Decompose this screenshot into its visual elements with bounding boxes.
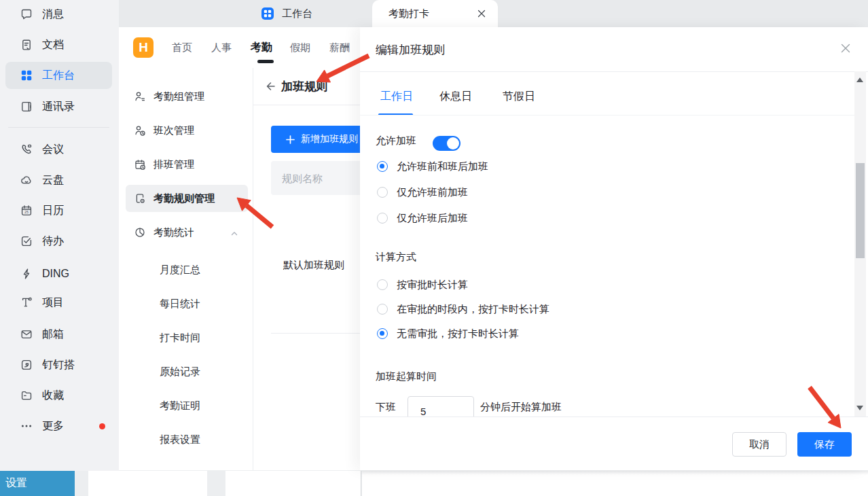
doc-gear-icon <box>134 192 146 205</box>
divider <box>360 71 868 72</box>
calendar-clock-icon <box>134 158 146 171</box>
radio-icon <box>377 213 388 224</box>
chevron-up-icon[interactable] <box>230 228 238 241</box>
rule-list-item[interactable]: 默认加班规则 <box>283 255 344 275</box>
chat-icon <box>19 7 34 22</box>
allow-overtime-toggle[interactable] <box>433 136 460 151</box>
settings-label: 设置 <box>5 476 27 491</box>
cancel-button[interactable]: 取消 <box>732 432 786 457</box>
modal-title: 编辑加班规则 <box>376 42 445 58</box>
nav-item-hr[interactable]: 人事 <box>211 27 232 68</box>
sidebar-item-todo[interactable]: 待办 <box>5 228 112 255</box>
sidebar-item-label: 文档 <box>42 38 64 52</box>
close-icon[interactable] <box>839 42 852 54</box>
sidebar-item-favorites[interactable]: 收藏 <box>5 382 112 409</box>
radio-after-only-overtime[interactable]: 仅允许班后加班 <box>377 211 468 226</box>
radio-icon <box>377 304 388 315</box>
sidebar-item-label: 项目 <box>42 296 64 310</box>
radio-no-approval-punch[interactable]: 无需审批，按打卡时长计算 <box>377 326 519 341</box>
sidebar-item-drive[interactable]: 云盘 <box>5 166 112 194</box>
sidebar-item-messages[interactable]: 消息 <box>5 1 112 28</box>
sidebar-item-workbench[interactable]: 工作台 <box>5 62 112 89</box>
sidebar-item-contacts[interactable]: 通讯录 <box>5 93 112 120</box>
radio-before-only-overtime[interactable]: 仅允许班前加班 <box>377 185 468 200</box>
radio-punch-within-approval[interactable]: 在审批的时段内，按打卡时长计算 <box>377 302 549 317</box>
nav-item-home[interactable]: 首页 <box>172 27 192 68</box>
grid-icon <box>19 68 34 83</box>
window-tabbar: 工作台 考勤打卡 <box>119 0 868 27</box>
cloud-icon <box>19 173 34 188</box>
bolt-icon <box>19 266 34 281</box>
sidenav-sub-daily-stats[interactable]: 每日统计 <box>160 290 200 317</box>
sidebar-item-label: 会议 <box>42 143 64 157</box>
sidenav-sub-monthly-summary[interactable]: 月度汇总 <box>160 256 200 283</box>
sidebar-item-meeting[interactable]: 会议 <box>5 136 112 163</box>
sidebar-item-mail[interactable]: 邮箱 <box>5 321 112 348</box>
sidenav-sub-attendance-proof[interactable]: 考勤证明 <box>160 392 200 419</box>
radio-by-approval-duration[interactable]: 按审批时长计算 <box>377 277 468 292</box>
user-clock-icon <box>134 124 146 137</box>
sidenav-item-attendance-groups[interactable]: 考勤组管理 <box>126 83 248 110</box>
radio-before-after-overtime[interactable]: 允许班前和班后加班 <box>377 159 488 174</box>
toggle-knob <box>447 137 459 149</box>
app-sidebar: 消息 文档 工作台 通讯录 会议 云盘 25 日历 待办 DING 项目 邮箱 <box>0 0 119 471</box>
notification-dot <box>99 423 105 429</box>
app-logo[interactable]: H <box>133 37 153 58</box>
modal-scrollbar[interactable] <box>854 71 866 417</box>
close-icon[interactable] <box>476 8 487 19</box>
modal-tab-workday[interactable]: 工作日 <box>380 90 413 107</box>
sidebar-item-calendar[interactable]: 25 日历 <box>5 197 112 224</box>
active-nav-indicator <box>257 60 274 63</box>
sidebar-item-label: 更多 <box>42 419 64 433</box>
sidenav-item-attendance-stats[interactable]: 考勤统计 <box>126 219 248 246</box>
sidebar-item-docs[interactable]: 文档 <box>5 31 112 58</box>
scroll-up-icon[interactable] <box>856 77 863 82</box>
doc-icon <box>19 37 34 52</box>
modal-footer: 取消 保存 <box>360 417 868 470</box>
sidebar-item-dingtalk-build[interactable]: 钉钉搭 <box>5 351 112 378</box>
sidebar-item-label: DING <box>42 268 69 280</box>
sidenav-item-attendance-rules[interactable]: 考勤规则管理 <box>126 185 248 212</box>
modal-tab-holiday[interactable]: 节假日 <box>503 90 535 107</box>
tab-attendance[interactable]: 考勤打卡 <box>372 0 498 27</box>
panel-title: 加班规则 <box>281 79 327 94</box>
nav-item-leave[interactable]: 假期 <box>290 27 310 68</box>
nav-item-payroll[interactable]: 薪酬 <box>329 27 350 68</box>
modal-tab-restday[interactable]: 休息日 <box>439 90 472 107</box>
user-group-icon <box>134 90 146 103</box>
allow-overtime-label: 允许加班 <box>376 135 416 147</box>
radio-icon <box>377 279 388 290</box>
settings-button[interactable]: 设置 <box>0 471 75 496</box>
sidenav-item-scheduling[interactable]: 排班管理 <box>126 151 248 178</box>
radio-icon <box>377 187 388 198</box>
sidebar-divider <box>8 127 109 128</box>
contacts-icon <box>19 99 34 114</box>
sidenav-sub-report-settings[interactable]: 报表设置 <box>160 426 200 453</box>
sidebar-item-label: 日历 <box>42 204 64 218</box>
tab-workbench-label: 工作台 <box>282 7 312 20</box>
save-button[interactable]: 保存 <box>797 432 852 457</box>
plus-icon <box>286 135 295 144</box>
edit-overtime-rule-modal: 编辑加班规则 工作日 休息日 节假日 允许加班 允许班前和班后加班 仅允许班前加… <box>360 27 868 470</box>
sidebar-item-label: 收藏 <box>42 389 64 403</box>
folder-icon <box>19 388 34 403</box>
background-card <box>225 471 361 496</box>
dingtalk-build-icon <box>19 357 34 372</box>
sidenav-sub-punch-times[interactable]: 打卡时间 <box>160 324 200 351</box>
sidebar-item-ding[interactable]: DING <box>5 260 112 287</box>
scroll-down-icon[interactable] <box>856 406 863 410</box>
sidebar-item-more[interactable]: 更多 <box>5 412 112 440</box>
sidenav-sub-raw-records[interactable]: 原始记录 <box>160 358 200 385</box>
back-arrow-icon[interactable] <box>264 80 276 92</box>
sidebar-item-project[interactable]: 项目 <box>5 289 112 316</box>
overtime-rules-panel: 加班规则 新增加班规则 默认加班规则 <box>253 68 360 470</box>
sidenav-item-shifts[interactable]: 班次管理 <box>126 117 248 144</box>
background-page-strip <box>0 471 868 496</box>
mail-icon <box>19 327 34 342</box>
radio-icon <box>377 161 388 172</box>
pie-chart-icon <box>134 226 146 238</box>
more-icon <box>19 419 34 433</box>
radio-icon <box>377 328 388 339</box>
scrollbar-thumb[interactable] <box>856 163 865 258</box>
tab-workbench[interactable]: 工作台 <box>261 0 312 27</box>
